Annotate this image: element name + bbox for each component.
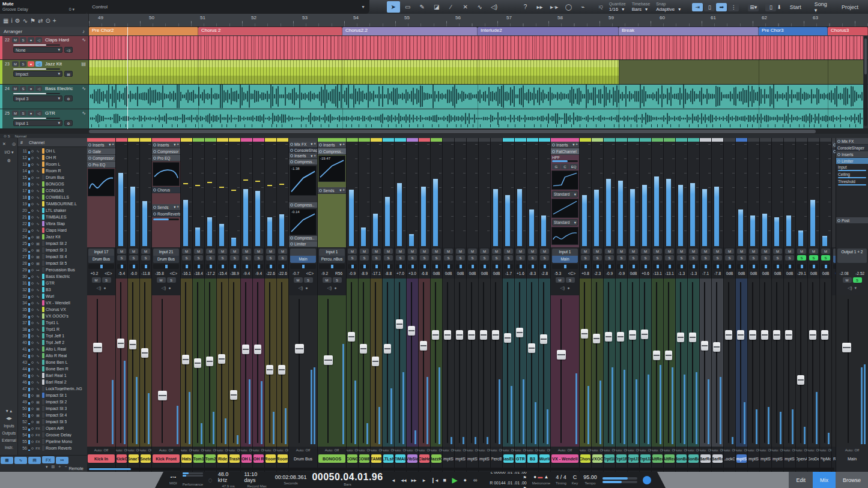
filter-all-icon[interactable]: ▦ [1, 457, 13, 464]
channel-label[interactable]: Kick In [88, 454, 115, 463]
insert-roomreverb[interactable]: RoomReverb [152, 211, 180, 217]
channel-label[interactable]: BonBe [676, 454, 687, 463]
solo-button[interactable]: S [773, 255, 782, 261]
channel-label[interactable]: ImptSt [443, 454, 454, 463]
pan-slider[interactable] [194, 264, 203, 269]
mute-button[interactable]: M [540, 249, 549, 254]
channel-strip-kick-out[interactable]: MS-5.4Auto: OffKickO [116, 138, 128, 472]
channel-strip-gtr[interactable]: MS+1.6Auto: OffGTR [515, 138, 527, 472]
mute-button[interactable]: M [468, 249, 477, 254]
fader-handle[interactable] [295, 344, 304, 354]
channel-active-dot[interactable] [31, 342, 34, 344]
solo-button[interactable]: S [504, 255, 513, 261]
power-icon[interactable] [319, 189, 322, 192]
solo-button[interactable]: S [809, 255, 818, 261]
track-header-25[interactable]: 25MS●◁GTR∿Input 1▾⚙ [0, 109, 89, 128]
channel-list-item-55[interactable]: 55FXPipeline Mono [18, 438, 87, 445]
channel-strip-bass-electric[interactable]: MS-1.7Auto: OffBasEle [503, 138, 515, 472]
solo-button[interactable]: S [167, 277, 176, 283]
track-input-select[interactable]: Input 1▾ [13, 120, 62, 126]
automation-mode-label[interactable]: Auto: Off [539, 447, 550, 454]
power-icon[interactable] [153, 188, 156, 191]
power-icon[interactable] [837, 219, 840, 222]
mute-button[interactable]: M [92, 277, 101, 283]
channel-label[interactable]: OH R [253, 454, 264, 463]
power-icon[interactable] [837, 153, 840, 156]
arranger-section-pre-chor2[interactable]: Pre Chor2 [89, 27, 198, 35]
channel-list-item-45[interactable]: 45∿Barl Real 1 [18, 372, 87, 379]
mute-button[interactable]: M [677, 249, 686, 254]
mute-button[interactable]: M [444, 249, 453, 254]
channel-strip-barl-real-1[interactable]: MS-7.1Auto: OffBarRe [700, 138, 712, 472]
fader-handle[interactable] [230, 390, 237, 400]
pan-slider[interactable] [319, 264, 345, 269]
fader-handle[interactable] [278, 365, 285, 375]
channel-active-dot[interactable] [31, 414, 34, 417]
fader-handle[interactable] [182, 355, 189, 364]
pan-slider[interactable] [516, 264, 525, 269]
fader-area[interactable] [515, 279, 526, 447]
pan-slider[interactable] [129, 264, 138, 269]
automation-mode-label[interactable]: Auto: Off [128, 447, 139, 454]
panel-header-sends[interactable]: Sends▾ + [152, 204, 180, 211]
automation-mode-label[interactable]: Auto: Off [140, 447, 151, 454]
channel-active-dot[interactable] [31, 394, 34, 397]
track-volume-slider[interactable] [13, 118, 60, 119]
next-marker-button[interactable]: ▸ [419, 475, 429, 484]
fader-area[interactable] [491, 279, 502, 447]
remote-icon[interactable]: ⌁ [577, 1, 590, 13]
output-select[interactable]: Output 1 + 2 [837, 249, 867, 263]
fader-handle[interactable] [194, 358, 201, 368]
fader-handle[interactable] [266, 365, 273, 375]
arranger-section-pre-chor3[interactable]: Pre Chor3 [759, 27, 828, 35]
insert-compress--[interactable]: Compress.. [289, 159, 317, 165]
channel-strip-groove-delay[interactable]: MS0dBAuto: OffGroDe [808, 138, 820, 472]
solo-button[interactable]: S [665, 255, 674, 261]
channel-list-item-17[interactable]: 17∿CONGAS [18, 187, 87, 194]
channel-list-item-32[interactable]: 32∿B3 [18, 286, 87, 293]
channel-active-dot[interactable] [31, 289, 34, 291]
eraser-tool[interactable]: ◪ [430, 1, 443, 13]
speaker-icon[interactable]: ◁) [848, 286, 852, 291]
channel-label[interactable]: B3 [527, 454, 538, 463]
solo-button[interactable]: S [737, 255, 746, 261]
record-icon[interactable]: ● [334, 286, 336, 291]
help-icon[interactable]: ? [519, 1, 532, 13]
channel-strip-impact-st-5b[interactable]: MS0dBAuto: OffImptSt [784, 138, 796, 472]
mute-button[interactable]: M [348, 249, 357, 254]
record-arm-button[interactable]: ● [28, 110, 34, 116]
fader-area[interactable] [676, 279, 687, 447]
pan-slider[interactable] [504, 264, 513, 269]
solo-button[interactable]: S [492, 255, 501, 261]
arranger-section-chorus3[interactable]: Chorus3 [828, 27, 868, 35]
automation-mode-label[interactable]: Auto: Off [796, 447, 807, 454]
fader-area[interactable] [217, 279, 228, 447]
power-icon[interactable] [153, 206, 156, 209]
channel-list-item-24[interactable]: 24▤Jazz Kit [18, 233, 87, 240]
fader-handle[interactable] [468, 330, 475, 340]
channel-list-item-46[interactable]: 46∿Barl Real 2 [18, 379, 87, 385]
metronome-control[interactable]: ● ▬ ▲ Metronome [532, 474, 550, 486]
pan-slider[interactable] [456, 264, 465, 269]
chevron-down-icon[interactable]: ▾ + [339, 142, 345, 147]
channel-label[interactable]: Ride [217, 454, 228, 463]
timebase-select[interactable]: Timebase Bars▾ [632, 2, 650, 12]
track-volume-slider[interactable] [13, 93, 60, 94]
pan-slider[interactable] [254, 264, 263, 269]
rail-[interactable]: ◀▶ [0, 416, 18, 421]
automation-mode-label[interactable]: Auto: Off [491, 447, 502, 454]
channel-list-item-11[interactable]: 11∿OH L [18, 148, 87, 154]
preset-select[interactable]: Standard▾ [552, 219, 578, 226]
rail-outputs[interactable]: Outputs [0, 431, 18, 435]
track-input-select[interactable]: None▾ [13, 47, 62, 53]
pan-slider[interactable] [629, 264, 638, 269]
automation-mode-label[interactable]: Auto: Off [217, 447, 228, 454]
plugin-graph[interactable]: -0.14 [290, 209, 317, 235]
pager-button[interactable]: ⊞ [51, 465, 55, 469]
solo-button[interactable]: S [20, 86, 26, 91]
fader-area[interactable] [152, 295, 180, 447]
fader-area[interactable] [205, 279, 216, 447]
clip-bass-electric[interactable] [89, 85, 863, 109]
fader-handle[interactable] [641, 330, 648, 339]
mute-button[interactable]: M [294, 277, 303, 283]
